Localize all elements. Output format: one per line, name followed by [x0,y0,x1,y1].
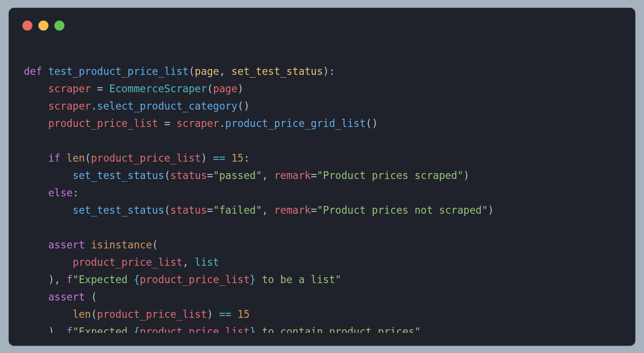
code-token: } [250,326,255,333]
code-token: , [262,169,274,181]
code-token: remark [274,204,311,216]
code-token: : [244,152,250,164]
code-token: "Expected [73,274,134,285]
close-icon[interactable] [22,21,32,31]
code-token: : [73,187,79,199]
code-token: } [250,274,255,285]
code-token: else [48,187,72,199]
code-token: "Expected [73,326,134,333]
code-block: def test_product_price_list(page, set_te… [24,63,620,333]
code-token [24,187,48,199]
code-token: set_test_status [73,204,164,216]
code-window: def test_product_price_list(page, set_te… [9,8,635,346]
code-token: ( [189,65,195,77]
code-token: "passed" [213,169,262,181]
code-token: . [219,117,225,129]
code-token: scraper [48,100,91,112]
code-token [24,117,48,129]
code-token: ): [323,65,335,77]
code-token: test_product_price_list [48,65,188,77]
code-token: status [170,169,207,181]
code-token: product_price_list [73,256,182,268]
window-controls [22,21,64,31]
code-token: == [213,152,231,164]
code-token: product_price_list [91,152,201,164]
code-token: to contain product prices" [256,326,421,333]
code-token [24,326,48,333]
code-token: , [182,256,195,268]
code-token: product_price_list [140,274,250,285]
code-token: len [73,308,91,320]
code-token: 15 [238,308,250,320]
code-token [24,169,73,181]
code-token: assert [48,239,91,251]
code-token: { [133,326,139,333]
code-token: ) [463,169,469,181]
code-token: remark [274,169,311,181]
code-token: "Product prices scraped" [317,169,463,181]
code-token [24,256,73,268]
code-token: "failed" [213,204,262,216]
code-token: select_product_category [97,100,237,112]
code-token: ) [238,83,244,95]
code-token: product_price_list [48,117,164,129]
code-token: = [97,83,109,95]
code-token: isinstance [91,239,152,251]
code-token: ( [91,291,97,303]
minimize-icon[interactable] [38,21,48,31]
code-token: to be a list" [256,274,341,285]
code-token: page [213,83,237,95]
code-token: = [164,117,176,129]
code-token: , [219,65,231,77]
code-token: "Product prices not scraped" [317,204,488,216]
code-token: len [67,152,85,164]
zoom-icon[interactable] [54,21,64,31]
code-token: def [24,65,48,77]
code-token: () [366,117,378,129]
code-token: set_test_status [231,65,323,77]
code-token: scraper [48,83,97,95]
code-token [24,100,48,112]
code-token: status [170,204,207,216]
code-token: set_test_status [73,169,164,181]
code-token [24,239,48,251]
code-token: ), [48,274,66,285]
code-token: . [91,100,97,112]
code-token: ( [152,239,158,251]
code-token: ( [85,152,91,164]
code-token [24,204,73,216]
code-token: product_price_grid_list [225,117,366,129]
code-token: f [67,326,73,333]
code-token [24,152,48,164]
code-token: ( [207,83,213,95]
code-token: ), [48,326,66,333]
code-token [24,83,48,95]
code-token [24,308,73,320]
code-token: = [207,169,213,181]
code-token: scraper [176,117,219,129]
code-token: list [195,256,219,268]
code-token: ) [488,204,494,216]
code-token: == [219,308,237,320]
code-token: assert [48,291,91,303]
code-token: () [238,100,250,112]
code-token: EcommerceScraper [109,83,207,95]
code-token [24,274,48,285]
code-token: , [262,204,274,216]
code-token: if [48,152,66,164]
code-token: 15 [231,152,244,164]
code-token: ( [164,204,170,216]
code-token: ) [201,152,213,164]
code-token: = [311,169,317,181]
code-token: = [311,204,317,216]
code-area: def test_product_price_list(page, set_te… [24,63,620,333]
code-token: product_price_list [140,326,250,333]
code-token: = [207,204,213,216]
code-token: ) [207,308,219,320]
code-token: ( [91,308,97,320]
code-token: { [133,274,139,285]
code-token: product_price_list [97,308,207,320]
code-token [24,291,48,303]
code-token: ( [164,169,170,181]
code-token: f [67,274,73,285]
